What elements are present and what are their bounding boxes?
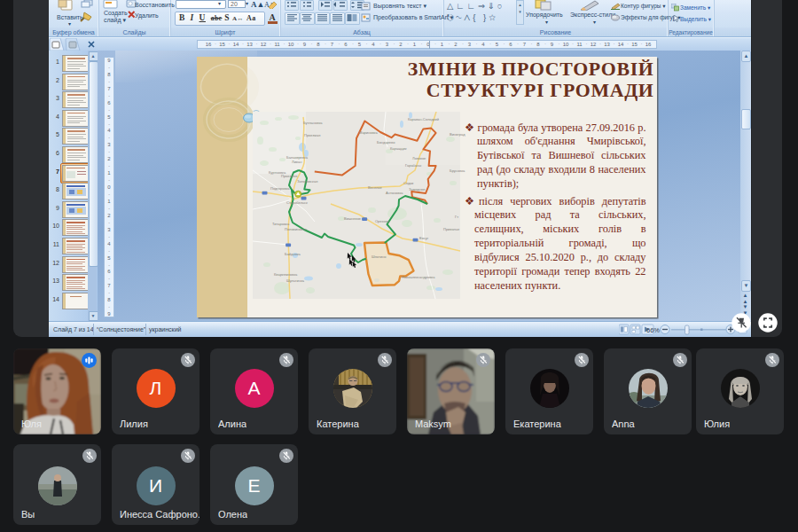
svg-text:66%: 66% [646,326,660,334]
